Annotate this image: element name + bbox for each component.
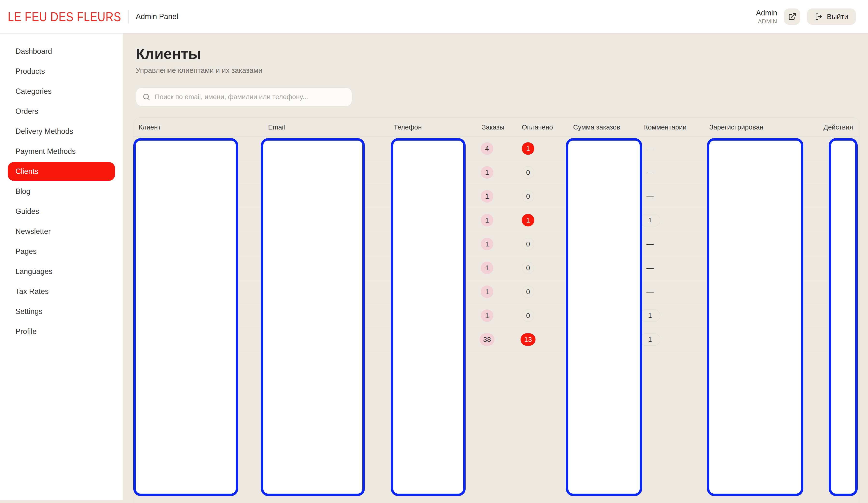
- sidebar-item-label: Delivery Methods: [16, 127, 73, 136]
- sidebar-item-label: Pages: [16, 247, 37, 256]
- sidebar-item-label: Languages: [16, 267, 52, 276]
- column-header-2: Email: [268, 118, 285, 137]
- page-subtitle: Управление клиентами и их заказами: [136, 66, 262, 74]
- logout-icon: [815, 13, 823, 20]
- paid-count-badge: 1: [522, 142, 534, 155]
- app-title: Admin Panel: [136, 12, 178, 21]
- column-header-4: Заказы: [482, 118, 504, 137]
- comments-empty-dash: —: [647, 192, 654, 201]
- page-title: Клиенты: [136, 45, 201, 62]
- sidebar-item-label: Dashboard: [16, 47, 52, 56]
- comments-empty-dash: —: [647, 288, 654, 296]
- comments-empty-dash: —: [647, 264, 654, 272]
- sidebar-item-label: Blog: [16, 187, 30, 196]
- logout-button[interactable]: Выйти: [807, 8, 856, 25]
- logout-label: Выйти: [827, 12, 848, 21]
- client-search: [136, 88, 352, 106]
- sidebar-item-settings[interactable]: Settings: [8, 302, 115, 321]
- sidebar-item-clients[interactable]: Clients: [8, 162, 115, 181]
- sidebar-item-label: Settings: [16, 307, 42, 316]
- redaction-box: [566, 138, 642, 496]
- paid-count-badge: 0: [522, 286, 534, 298]
- sidebar-item-label: Guides: [16, 207, 39, 216]
- orders-count-badge: 1: [481, 286, 493, 298]
- column-header-9: Действия: [823, 118, 853, 137]
- sidebar-item-label: Orders: [16, 107, 38, 116]
- paid-count-badge: 1: [522, 214, 534, 226]
- comments-count-pill: 1: [640, 333, 660, 346]
- orders-count-badge: 38: [479, 333, 495, 346]
- sidebar-item-blog[interactable]: Blog: [8, 182, 115, 201]
- orders-count-badge: 4: [481, 142, 493, 155]
- sidebar-item-pages[interactable]: Pages: [8, 242, 115, 261]
- redaction-box: [829, 138, 858, 496]
- sidebar: DashboardProductsCategoriesOrdersDeliver…: [0, 33, 123, 500]
- sidebar-nav: DashboardProductsCategoriesOrdersDeliver…: [0, 42, 123, 341]
- paid-count-badge: 0: [522, 166, 534, 179]
- sidebar-item-categories[interactable]: Categories: [8, 82, 115, 101]
- paid-count-badge: 0: [522, 261, 534, 274]
- user-name: Admin: [756, 9, 777, 17]
- search-icon: [142, 93, 151, 101]
- sidebar-item-label: Profile: [16, 327, 37, 336]
- search-input[interactable]: [155, 93, 345, 101]
- sidebar-item-guides[interactable]: Guides: [8, 202, 115, 221]
- sidebar-item-label: Categories: [16, 87, 52, 96]
- sidebar-item-tax-rates[interactable]: Tax Rates: [8, 282, 115, 301]
- sidebar-item-newsletter[interactable]: Newsletter: [8, 222, 115, 241]
- orders-count-badge: 1: [481, 190, 493, 203]
- header-right: Admin ADMIN Выйти: [756, 8, 856, 25]
- sidebar-item-languages[interactable]: Languages: [8, 262, 115, 281]
- column-header-6: Сумма заказов: [573, 118, 620, 137]
- redaction-box: [133, 138, 238, 496]
- table-header-row: КлиентEmailТелефонЗаказыОплаченоСумма за…: [134, 118, 860, 137]
- sidebar-item-profile[interactable]: Profile: [8, 322, 115, 341]
- comments-empty-dash: —: [647, 144, 654, 153]
- redaction-box: [707, 138, 803, 496]
- header-divider: [128, 10, 128, 24]
- sidebar-item-products[interactable]: Products: [8, 62, 115, 81]
- redaction-box: [391, 138, 466, 496]
- sidebar-item-label: Clients: [16, 167, 38, 176]
- sidebar-item-label: Newsletter: [16, 227, 51, 236]
- paid-count-badge: 0: [522, 309, 534, 322]
- comments-count-pill: 1: [640, 214, 660, 226]
- orders-count-badge: 1: [481, 309, 493, 322]
- brand-logo[interactable]: LE FEU DES FLEURS: [8, 9, 121, 24]
- external-link-button[interactable]: [784, 8, 800, 25]
- column-header-3: Телефон: [394, 118, 422, 137]
- comments-empty-dash: —: [647, 168, 654, 176]
- paid-count-badge: 13: [520, 333, 536, 346]
- sidebar-item-label: Products: [16, 67, 45, 76]
- column-header-1: Клиент: [138, 118, 161, 137]
- sidebar-item-orders[interactable]: Orders: [8, 102, 115, 121]
- orders-count-badge: 1: [481, 214, 493, 226]
- sidebar-item-label: Payment Methods: [16, 147, 76, 156]
- user-role: ADMIN: [756, 18, 777, 25]
- column-header-8: Зарегистрирован: [709, 118, 763, 137]
- column-header-5: Оплачено: [522, 118, 553, 137]
- sidebar-item-delivery-methods[interactable]: Delivery Methods: [8, 122, 115, 141]
- comments-empty-dash: —: [647, 240, 654, 248]
- paid-count-badge: 0: [522, 238, 534, 250]
- paid-count-badge: 0: [522, 190, 534, 203]
- orders-count-badge: 1: [481, 166, 493, 179]
- external-link-icon: [788, 12, 796, 21]
- sidebar-item-payment-methods[interactable]: Payment Methods: [8, 142, 115, 161]
- redaction-box: [261, 138, 365, 496]
- orders-count-badge: 1: [481, 261, 493, 274]
- column-header-7: Комментарии: [644, 118, 686, 137]
- sidebar-item-label: Tax Rates: [16, 287, 49, 296]
- sidebar-item-dashboard[interactable]: Dashboard: [8, 42, 115, 61]
- top-header: LE FEU DES FLEURS Admin Panel Admin ADMI…: [0, 0, 868, 33]
- user-info: Admin ADMIN: [756, 9, 777, 24]
- orders-count-badge: 1: [481, 238, 493, 250]
- comments-count-pill: 1: [640, 309, 660, 322]
